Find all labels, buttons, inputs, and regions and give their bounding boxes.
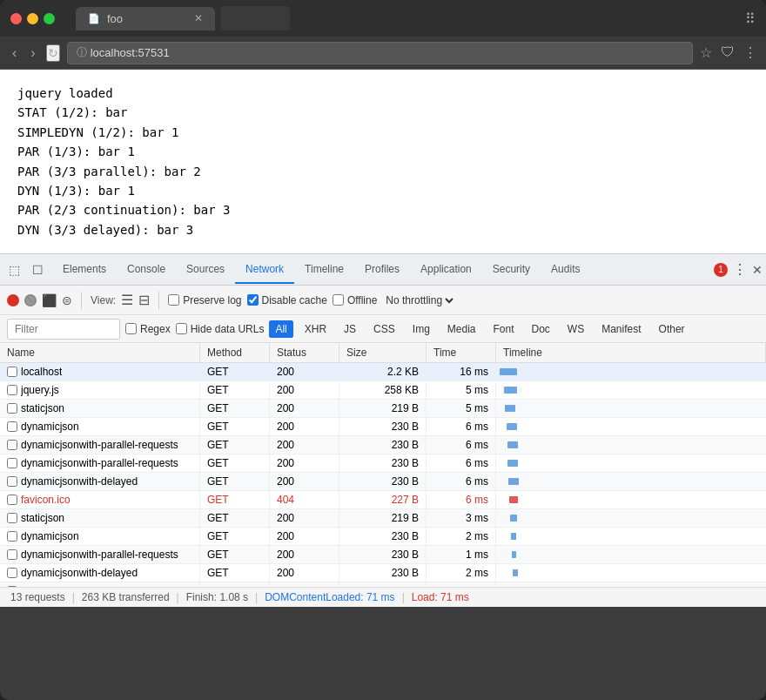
disable-cache-label[interactable]: Disable cache — [247, 294, 327, 306]
table-row[interactable]: dynamicjsonwith-delayedGET200230 B1 ms — [0, 582, 766, 587]
bookmark-icon[interactable]: ☆ — [700, 44, 712, 61]
table-row[interactable]: staticjsonGET200219 B5 ms — [0, 400, 766, 418]
page-line-7: PAR (2/3 continuation): bar 3 — [17, 200, 749, 219]
filter-css-button[interactable]: CSS — [367, 320, 401, 338]
table-row[interactable]: dynamicjsonGET200230 B6 ms — [0, 418, 766, 436]
browser-tab[interactable]: 📄 foo ✕ — [76, 7, 215, 30]
disable-cache-checkbox[interactable] — [247, 294, 259, 306]
filter-doc-button[interactable]: Doc — [526, 320, 556, 338]
row-checkbox[interactable] — [7, 531, 17, 542]
secure-icon: ⓘ — [77, 45, 87, 60]
inspect-icon[interactable]: ⬚ — [3, 259, 25, 280]
filter-img-button[interactable]: Img — [407, 320, 436, 338]
filter-ws-button[interactable]: WS — [561, 320, 590, 338]
video-icon[interactable]: ⬛ — [42, 293, 57, 307]
url-bar[interactable]: ⓘ localhost:57531 — [67, 42, 693, 64]
reload-button[interactable]: ↻ — [46, 44, 60, 62]
browser-more-icon[interactable]: ⋮ — [743, 44, 757, 61]
tab-security[interactable]: Security — [482, 256, 541, 284]
record-button[interactable] — [7, 294, 19, 306]
table-row[interactable]: dynamicjsonwith-parallel-requestsGET2002… — [0, 546, 766, 564]
minimize-button[interactable] — [27, 13, 38, 24]
row-checkbox[interactable] — [7, 495, 17, 505]
offline-checkbox[interactable] — [333, 294, 344, 306]
row-checkbox[interactable] — [7, 440, 17, 450]
cell-name: dynamicjsonwith-delayed — [0, 473, 200, 490]
filter-manifest-button[interactable]: Manifest — [595, 320, 647, 338]
row-checkbox[interactable] — [7, 421, 17, 432]
table-row[interactable]: localhostGET2002.2 KB16 ms — [0, 363, 766, 381]
table-row[interactable]: dynamicjsonwith-parallel-requestsGET2002… — [0, 454, 766, 473]
tab-elements[interactable]: Elements — [52, 256, 117, 284]
clear-button[interactable] — [24, 294, 37, 306]
filter-other-button[interactable]: Other — [653, 320, 691, 338]
row-checkbox[interactable] — [7, 385, 17, 395]
throttle-select[interactable]: No throttling — [382, 293, 456, 307]
filter-input[interactable] — [7, 319, 120, 340]
hide-data-label[interactable]: Hide data URLs — [176, 323, 265, 335]
tab-timeline[interactable]: Timeline — [294, 256, 354, 284]
filter-js-button[interactable]: JS — [338, 320, 362, 338]
cell-name: jquery.js — [0, 381, 200, 399]
filter-all-button[interactable]: All — [269, 320, 292, 338]
table-row[interactable]: staticjsonGET200219 B3 ms — [0, 509, 766, 528]
preserve-log-checkbox[interactable] — [168, 294, 179, 306]
tab-profiles[interactable]: Profiles — [354, 256, 410, 284]
table-row[interactable]: favicon.icoGET404227 B6 ms — [0, 491, 766, 509]
browser-menu-icon[interactable]: ⠿ — [745, 10, 756, 27]
error-badge: 1 — [714, 263, 728, 277]
shield-icon[interactable]: 🛡 — [721, 44, 735, 61]
cell-time: 16 ms — [427, 363, 496, 380]
cell-timeline — [496, 491, 766, 508]
tab-sources[interactable]: Sources — [176, 256, 235, 284]
tab-console[interactable]: Console — [117, 256, 176, 284]
regex-label[interactable]: Regex — [125, 323, 171, 335]
back-button[interactable]: ‹ — [9, 44, 20, 63]
cell-status: 200 — [270, 418, 339, 435]
preserve-log-label[interactable]: Preserve log — [168, 294, 241, 306]
tab-audits[interactable]: Audits — [541, 256, 590, 284]
devtools-close-icon[interactable]: ✕ — [752, 263, 763, 277]
cell-status: 200 — [270, 564, 339, 582]
offline-label[interactable]: Offline — [333, 294, 377, 306]
row-checkbox[interactable] — [7, 568, 17, 578]
filter-media-button[interactable]: Media — [441, 320, 482, 338]
row-checkbox[interactable] — [7, 513, 17, 523]
cell-method: GET — [200, 363, 270, 380]
tab-application[interactable]: Application — [410, 256, 482, 284]
row-checkbox[interactable] — [7, 549, 17, 560]
tab-close-icon[interactable]: ✕ — [194, 12, 203, 24]
forward-button[interactable]: › — [27, 44, 38, 63]
table-row[interactable]: jquery.jsGET200258 KB5 ms — [0, 381, 766, 400]
table-row[interactable]: dynamicjsonwith-delayedGET200230 B2 ms — [0, 564, 766, 582]
view-list-icon[interactable]: ☰ — [121, 292, 133, 308]
row-checkbox[interactable] — [7, 458, 17, 468]
table-row[interactable]: dynamicjsonwith-delayedGET200230 B6 ms — [0, 473, 766, 491]
row-checkbox[interactable] — [7, 367, 17, 377]
cell-timeline — [496, 381, 766, 399]
cell-size: 230 B — [339, 582, 427, 587]
hide-data-checkbox[interactable] — [176, 323, 187, 334]
table-row[interactable]: dynamicjsonGET200230 B2 ms — [0, 528, 766, 546]
filter-toggle-icon[interactable]: ⊜ — [62, 293, 72, 307]
toolbar-divider-2 — [158, 292, 159, 309]
device-icon[interactable]: ☐ — [27, 259, 49, 280]
devtools-more-icon[interactable]: ⋮ — [733, 261, 747, 278]
row-checkbox[interactable] — [7, 403, 17, 414]
maximize-button[interactable] — [44, 13, 55, 24]
regex-checkbox[interactable] — [125, 323, 137, 334]
toolbar-divider — [81, 292, 82, 309]
browser-window: 📄 foo ✕ ⠿ ‹ › ↻ ⓘ localhost:57531 ☆ 🛡 ⋮ … — [0, 0, 766, 700]
cell-method: GET — [200, 436, 270, 454]
filter-font-button[interactable]: Font — [487, 320, 521, 338]
row-checkbox[interactable] — [7, 586, 17, 587]
view-detail-icon[interactable]: ⊟ — [138, 292, 150, 308]
row-checkbox[interactable] — [7, 476, 17, 487]
table-row[interactable]: dynamicjsonwith-parallel-requestsGET2002… — [0, 436, 766, 454]
col-status: Status — [270, 343, 339, 362]
tab-network[interactable]: Network — [235, 256, 294, 284]
close-button[interactable] — [10, 13, 22, 24]
filter-xhr-button[interactable]: XHR — [299, 320, 333, 338]
status-bar: 13 requests | 263 KB transferred | Finis… — [0, 587, 766, 607]
cell-status: 200 — [270, 528, 339, 545]
